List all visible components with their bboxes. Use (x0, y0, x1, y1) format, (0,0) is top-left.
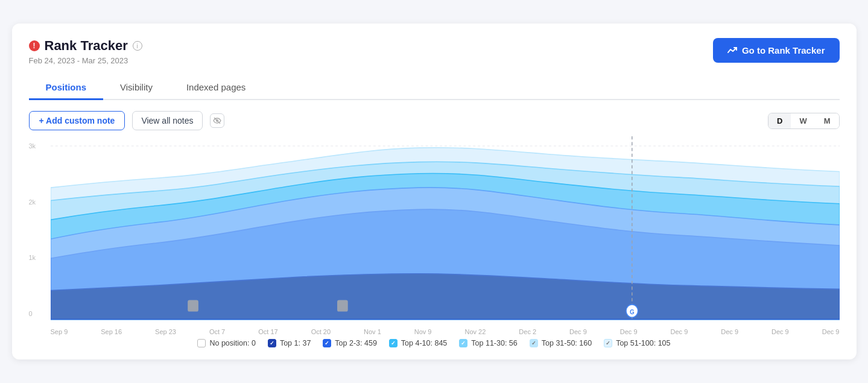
period-month-button[interactable]: M (816, 113, 839, 128)
x-label-sep16: Sep 16 (101, 328, 122, 335)
x-label-dec9-3: Dec 9 (671, 328, 688, 335)
x-axis: Sep 9 Sep 16 Sep 23 Oct 7 Oct 17 Oct 20 … (51, 328, 840, 335)
info-icon[interactable] (133, 41, 142, 51)
legend-checkbox-top4-10[interactable] (389, 339, 398, 347)
chart-container: 3k 2k 1k 0 (29, 136, 840, 335)
x-label-dec9-4: Dec 9 (721, 328, 738, 335)
tab-indexed-pages[interactable]: Indexed pages (169, 76, 262, 100)
y-label-0: 0 (29, 310, 49, 317)
x-label-dec9-2: Dec 9 (620, 328, 638, 335)
x-label-dec2: Dec 2 (519, 328, 536, 335)
legend-top2-3[interactable]: Top 2-3: 459 (323, 339, 377, 347)
chart-svg: G (51, 136, 840, 335)
x-label-nov1: Nov 1 (364, 328, 381, 335)
tab-bar: Positions Visibility Indexed pages (29, 76, 840, 100)
trend-icon (727, 46, 737, 55)
note-marker-1[interactable] (188, 300, 198, 311)
view-all-notes-button[interactable]: View all notes (132, 111, 202, 130)
page-title: Rank Tracker (45, 38, 128, 54)
y-label-2k: 2k (29, 198, 49, 206)
legend-checkbox-top2-3[interactable] (323, 339, 331, 347)
chart-legend: No position: 0 Top 1: 37 Top 2-3: 459 To… (29, 339, 840, 347)
legend-no-position[interactable]: No position: 0 (197, 339, 255, 347)
main-card: Rank Tracker Feb 24, 2023 - Mar 25, 2023… (12, 24, 857, 359)
goto-rank-tracker-button[interactable]: Go to Rank Tracker (713, 38, 840, 63)
x-label-dec9-1: Dec 9 (569, 328, 587, 335)
svg-text:G: G (629, 309, 634, 315)
tab-visibility[interactable]: Visibility (103, 76, 169, 100)
y-label-1k: 1k (29, 254, 49, 261)
title-row: Rank Tracker (29, 38, 142, 54)
legend-top1[interactable]: Top 1: 37 (268, 339, 311, 347)
tab-positions[interactable]: Positions (29, 76, 104, 100)
legend-top4-10[interactable]: Top 4-10: 845 (389, 339, 447, 347)
x-label-dec9-5: Dec 9 (771, 328, 789, 335)
toolbar: + Add custom note View all notes D W M (29, 111, 840, 130)
x-label-dec9-6: Dec 9 (822, 328, 840, 335)
legend-checkbox-top31-50[interactable] (530, 339, 538, 347)
legend-top11-30[interactable]: Top 11-30: 56 (459, 339, 517, 347)
legend-checkbox-top11-30[interactable] (459, 339, 467, 347)
x-label-sep9: Sep 9 (51, 328, 68, 335)
legend-checkbox-top51-100[interactable] (604, 339, 612, 347)
eye-slash-icon[interactable] (210, 113, 224, 128)
x-label-nov22: Nov 22 (464, 328, 486, 335)
period-week-button[interactable]: W (791, 113, 815, 128)
x-label-oct7: Oct 7 (209, 328, 225, 335)
header: Rank Tracker Feb 24, 2023 - Mar 25, 2023… (29, 38, 840, 65)
x-label-sep23: Sep 23 (155, 328, 176, 335)
y-axis: 3k 2k 1k 0 (29, 142, 49, 317)
legend-top51-100[interactable]: Top 51-100: 105 (604, 339, 670, 347)
note-marker-2[interactable] (337, 300, 348, 311)
x-label-nov9: Nov 9 (414, 328, 432, 335)
legend-top31-50[interactable]: Top 31-50: 160 (530, 339, 592, 347)
legend-checkbox-no-position[interactable] (197, 339, 206, 347)
legend-checkbox-top1[interactable] (268, 339, 276, 347)
period-day-button[interactable]: D (768, 113, 791, 128)
y-label-3k: 3k (29, 142, 49, 150)
toolbar-left: + Add custom note View all notes (29, 111, 224, 130)
add-custom-note-button[interactable]: + Add custom note (29, 111, 125, 130)
x-label-oct17: Oct 17 (258, 328, 277, 335)
date-range: Feb 24, 2023 - Mar 25, 2023 (29, 56, 142, 65)
alert-icon (29, 40, 40, 51)
x-label-oct20: Oct 20 (311, 328, 331, 335)
header-left: Rank Tracker Feb 24, 2023 - Mar 25, 2023 (29, 38, 142, 65)
period-selector: D W M (768, 113, 840, 129)
